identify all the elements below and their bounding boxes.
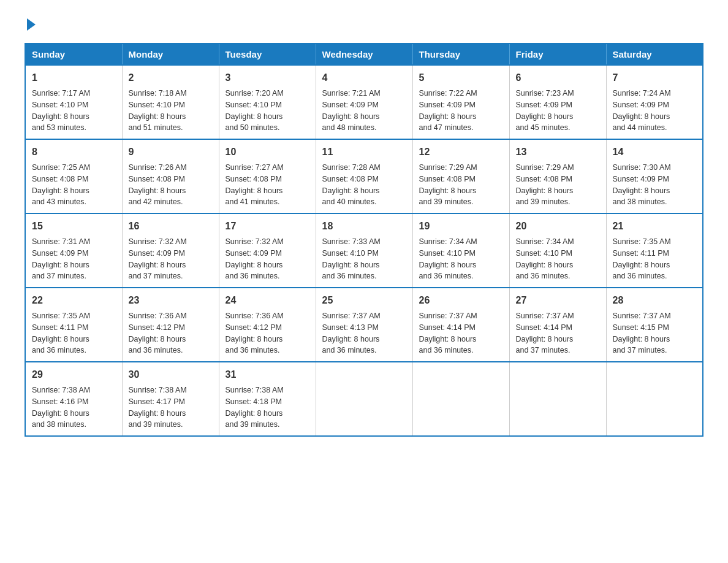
calendar-cell: 15Sunrise: 7:31 AMSunset: 4:09 PMDayligh… bbox=[25, 213, 122, 288]
day-info: Sunrise: 7:29 AMSunset: 4:08 PMDaylight:… bbox=[419, 162, 503, 208]
calendar-cell: 20Sunrise: 7:34 AMSunset: 4:10 PMDayligh… bbox=[509, 213, 606, 288]
day-number: 26 bbox=[419, 293, 503, 308]
calendar-cell: 23Sunrise: 7:36 AMSunset: 4:12 PMDayligh… bbox=[122, 288, 219, 362]
day-number: 6 bbox=[516, 71, 600, 85]
day-number: 23 bbox=[129, 293, 213, 308]
calendar-week-row: 29Sunrise: 7:38 AMSunset: 4:16 PMDayligh… bbox=[25, 362, 703, 436]
day-info: Sunrise: 7:38 AMSunset: 4:17 PMDaylight:… bbox=[129, 385, 213, 431]
calendar-cell: 7Sunrise: 7:24 AMSunset: 4:09 PMDaylight… bbox=[606, 65, 703, 139]
day-info: Sunrise: 7:20 AMSunset: 4:10 PMDaylight:… bbox=[226, 88, 309, 134]
calendar-cell bbox=[412, 362, 509, 436]
day-info: Sunrise: 7:37 AMSunset: 4:14 PMDaylight:… bbox=[419, 310, 503, 356]
calendar-cell: 24Sunrise: 7:36 AMSunset: 4:12 PMDayligh… bbox=[219, 288, 316, 362]
calendar-cell: 4Sunrise: 7:21 AMSunset: 4:09 PMDaylight… bbox=[316, 65, 412, 139]
calendar-week-row: 1Sunrise: 7:17 AMSunset: 4:10 PMDaylight… bbox=[25, 65, 703, 139]
day-info: Sunrise: 7:30 AMSunset: 4:09 PMDaylight:… bbox=[613, 162, 697, 208]
day-info: Sunrise: 7:21 AMSunset: 4:09 PMDaylight:… bbox=[322, 88, 406, 134]
calendar-cell: 22Sunrise: 7:35 AMSunset: 4:11 PMDayligh… bbox=[25, 288, 122, 362]
day-number: 15 bbox=[32, 219, 116, 234]
day-info: Sunrise: 7:17 AMSunset: 4:10 PMDaylight:… bbox=[32, 88, 116, 134]
day-info: Sunrise: 7:36 AMSunset: 4:12 PMDaylight:… bbox=[226, 310, 309, 356]
calendar-cell: 1Sunrise: 7:17 AMSunset: 4:10 PMDaylight… bbox=[25, 65, 122, 139]
day-number: 10 bbox=[226, 145, 309, 159]
calendar-cell: 2Sunrise: 7:18 AMSunset: 4:10 PMDaylight… bbox=[122, 65, 219, 139]
day-info: Sunrise: 7:36 AMSunset: 4:12 PMDaylight:… bbox=[129, 310, 213, 356]
calendar-cell bbox=[606, 362, 703, 436]
day-number: 20 bbox=[516, 219, 600, 234]
calendar-cell: 13Sunrise: 7:29 AMSunset: 4:08 PMDayligh… bbox=[509, 139, 606, 213]
day-number: 16 bbox=[129, 219, 213, 234]
calendar-week-row: 8Sunrise: 7:25 AMSunset: 4:08 PMDaylight… bbox=[25, 139, 703, 213]
day-number: 11 bbox=[322, 145, 406, 159]
calendar-cell: 5Sunrise: 7:22 AMSunset: 4:09 PMDaylight… bbox=[412, 65, 509, 139]
calendar-table: SundayMondayTuesdayWednesdayThursdayFrid… bbox=[25, 43, 703, 437]
day-info: Sunrise: 7:26 AMSunset: 4:08 PMDaylight:… bbox=[129, 162, 213, 208]
day-info: Sunrise: 7:38 AMSunset: 4:16 PMDaylight:… bbox=[32, 385, 116, 431]
calendar-cell: 17Sunrise: 7:32 AMSunset: 4:09 PMDayligh… bbox=[219, 213, 316, 288]
column-header-sunday: Sunday bbox=[25, 44, 122, 65]
day-number: 18 bbox=[322, 219, 406, 234]
calendar-cell: 12Sunrise: 7:29 AMSunset: 4:08 PMDayligh… bbox=[412, 139, 509, 213]
day-number: 22 bbox=[32, 293, 116, 308]
day-info: Sunrise: 7:38 AMSunset: 4:18 PMDaylight:… bbox=[226, 385, 309, 431]
calendar-week-row: 15Sunrise: 7:31 AMSunset: 4:09 PMDayligh… bbox=[25, 213, 703, 288]
day-info: Sunrise: 7:29 AMSunset: 4:08 PMDaylight:… bbox=[516, 162, 600, 208]
day-number: 24 bbox=[226, 293, 309, 308]
column-header-saturday: Saturday bbox=[606, 44, 703, 65]
calendar-week-row: 22Sunrise: 7:35 AMSunset: 4:11 PMDayligh… bbox=[25, 288, 703, 362]
day-info: Sunrise: 7:27 AMSunset: 4:08 PMDaylight:… bbox=[226, 162, 309, 208]
day-number: 27 bbox=[516, 293, 600, 308]
calendar-cell: 21Sunrise: 7:35 AMSunset: 4:11 PMDayligh… bbox=[606, 213, 703, 288]
day-number: 25 bbox=[322, 293, 406, 308]
day-number: 14 bbox=[613, 145, 697, 159]
day-info: Sunrise: 7:23 AMSunset: 4:09 PMDaylight:… bbox=[516, 88, 600, 134]
calendar-cell: 28Sunrise: 7:37 AMSunset: 4:15 PMDayligh… bbox=[606, 288, 703, 362]
logo bbox=[25, 18, 36, 31]
column-header-thursday: Thursday bbox=[412, 44, 509, 65]
day-info: Sunrise: 7:28 AMSunset: 4:08 PMDaylight:… bbox=[322, 162, 406, 208]
day-number: 9 bbox=[129, 145, 213, 159]
calendar-cell: 25Sunrise: 7:37 AMSunset: 4:13 PMDayligh… bbox=[316, 288, 412, 362]
day-number: 17 bbox=[226, 219, 309, 234]
day-number: 28 bbox=[613, 293, 697, 308]
day-info: Sunrise: 7:24 AMSunset: 4:09 PMDaylight:… bbox=[613, 88, 697, 134]
day-info: Sunrise: 7:35 AMSunset: 4:11 PMDaylight:… bbox=[32, 310, 116, 356]
day-info: Sunrise: 7:31 AMSunset: 4:09 PMDaylight:… bbox=[32, 236, 116, 282]
day-info: Sunrise: 7:33 AMSunset: 4:10 PMDaylight:… bbox=[322, 236, 406, 282]
day-info: Sunrise: 7:32 AMSunset: 4:09 PMDaylight:… bbox=[226, 236, 309, 282]
day-info: Sunrise: 7:34 AMSunset: 4:10 PMDaylight:… bbox=[419, 236, 503, 282]
day-number: 2 bbox=[129, 71, 213, 85]
day-number: 19 bbox=[419, 219, 503, 234]
calendar-cell: 19Sunrise: 7:34 AMSunset: 4:10 PMDayligh… bbox=[412, 213, 509, 288]
calendar-cell: 30Sunrise: 7:38 AMSunset: 4:17 PMDayligh… bbox=[122, 362, 219, 436]
day-number: 12 bbox=[419, 145, 503, 159]
column-header-monday: Monday bbox=[122, 44, 219, 65]
day-info: Sunrise: 7:32 AMSunset: 4:09 PMDaylight:… bbox=[129, 236, 213, 282]
calendar-cell bbox=[509, 362, 606, 436]
calendar-cell: 11Sunrise: 7:28 AMSunset: 4:08 PMDayligh… bbox=[316, 139, 412, 213]
day-info: Sunrise: 7:18 AMSunset: 4:10 PMDaylight:… bbox=[129, 88, 213, 134]
calendar-cell: 14Sunrise: 7:30 AMSunset: 4:09 PMDayligh… bbox=[606, 139, 703, 213]
column-header-tuesday: Tuesday bbox=[219, 44, 316, 65]
day-number: 1 bbox=[32, 71, 116, 85]
day-number: 7 bbox=[613, 71, 697, 85]
calendar-cell: 18Sunrise: 7:33 AMSunset: 4:10 PMDayligh… bbox=[316, 213, 412, 288]
calendar-cell: 10Sunrise: 7:27 AMSunset: 4:08 PMDayligh… bbox=[219, 139, 316, 213]
day-number: 30 bbox=[129, 367, 213, 382]
calendar-cell: 31Sunrise: 7:38 AMSunset: 4:18 PMDayligh… bbox=[219, 362, 316, 436]
calendar-cell bbox=[316, 362, 412, 436]
day-info: Sunrise: 7:37 AMSunset: 4:13 PMDaylight:… bbox=[322, 310, 406, 356]
day-number: 21 bbox=[613, 219, 697, 234]
calendar-cell: 9Sunrise: 7:26 AMSunset: 4:08 PMDaylight… bbox=[122, 139, 219, 213]
day-info: Sunrise: 7:25 AMSunset: 4:08 PMDaylight:… bbox=[32, 162, 116, 208]
day-number: 4 bbox=[322, 71, 406, 85]
day-info: Sunrise: 7:35 AMSunset: 4:11 PMDaylight:… bbox=[613, 236, 697, 282]
calendar-cell: 27Sunrise: 7:37 AMSunset: 4:14 PMDayligh… bbox=[509, 288, 606, 362]
day-number: 3 bbox=[226, 71, 309, 85]
day-info: Sunrise: 7:34 AMSunset: 4:10 PMDaylight:… bbox=[516, 236, 600, 282]
calendar-cell: 16Sunrise: 7:32 AMSunset: 4:09 PMDayligh… bbox=[122, 213, 219, 288]
day-info: Sunrise: 7:37 AMSunset: 4:14 PMDaylight:… bbox=[516, 310, 600, 356]
day-number: 8 bbox=[32, 145, 116, 159]
day-number: 5 bbox=[419, 71, 503, 85]
calendar-cell: 3Sunrise: 7:20 AMSunset: 4:10 PMDaylight… bbox=[219, 65, 316, 139]
